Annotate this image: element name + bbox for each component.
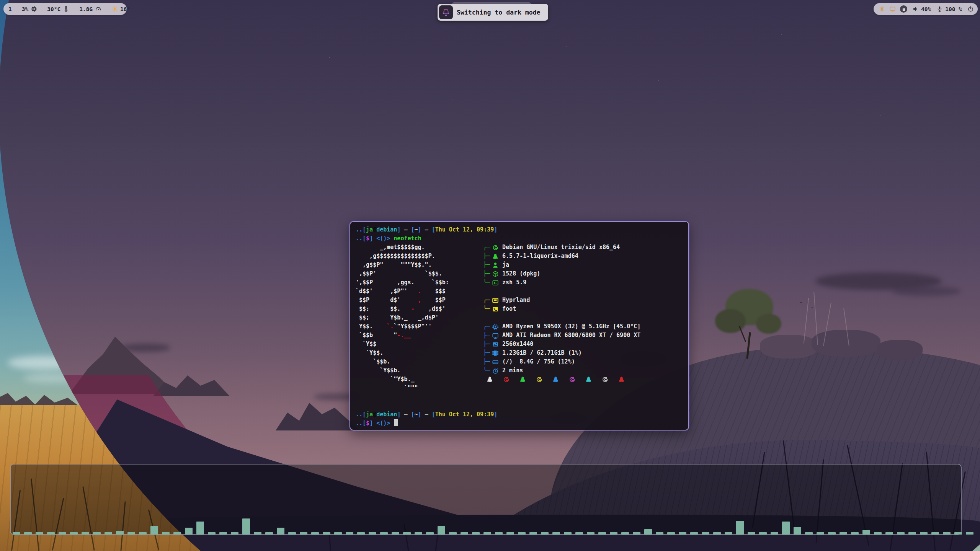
- visualizer-bar: [541, 532, 549, 535]
- visualizer-bar: [127, 532, 135, 535]
- workspace-indicator[interactable]: 1: [3, 6, 17, 12]
- package-icon: [492, 271, 499, 277]
- visualizer-bar: [369, 532, 376, 535]
- sun-icon: [111, 6, 118, 12]
- rock: [812, 330, 880, 357]
- visualizer-bar: [173, 532, 181, 535]
- cpu-module[interactable]: 3%: [17, 6, 42, 12]
- visualizer-bar: [357, 532, 365, 535]
- neofetch-row: `Y$$b.╰─2 mins: [356, 366, 683, 375]
- visualizer-bar: [380, 532, 388, 535]
- neofetch-row: `$$b "-.__├─AMD ATI Radeon RX 6800/6800 …: [356, 331, 683, 340]
- memory-icon: [492, 350, 499, 357]
- visualizer-bar: [690, 532, 698, 535]
- tux-icon: [486, 376, 493, 383]
- visualizer-bar: [644, 529, 652, 535]
- visualizer-bar: [242, 518, 250, 535]
- disk-icon: [492, 359, 499, 365]
- rock: [877, 340, 923, 360]
- prompt-line: ..[ja@debian] – [~] – [Thu Oct 12, 09:39…: [356, 410, 683, 419]
- visualizer-bar: [323, 532, 330, 535]
- gpu-icon: [492, 332, 499, 339]
- weather-module[interactable]: 18°: [106, 6, 135, 12]
- visualizer-bar: [346, 532, 353, 535]
- visualizer-bar: [392, 532, 399, 535]
- visualizer-bar: [70, 532, 78, 535]
- visualizer-bar: [93, 532, 101, 535]
- visualizer-bar: [598, 532, 606, 535]
- microphone-icon: [936, 6, 943, 12]
- visualizer-bar: [36, 532, 43, 535]
- desktop: { "topbar_left": { "workspace": "1", "mo…: [0, 0, 980, 551]
- visualizer-bar: [116, 531, 124, 535]
- rock: [760, 335, 817, 359]
- speaker-icon: [912, 6, 919, 12]
- visualizer-bar: [449, 532, 457, 535]
- visualizer-bar: [208, 532, 216, 535]
- neofetch-row: Y$$. `.`"Y$$$$P"''╭─AMD Ryzen 9 5950X (3…: [356, 322, 683, 331]
- power-icon: [967, 6, 974, 12]
- visualizer-bar: [311, 532, 319, 535]
- visualizer-bar: [667, 532, 675, 535]
- neofetch-row: `""": [356, 384, 683, 393]
- visualizer-bar: [185, 528, 193, 535]
- chip-icon: [31, 6, 37, 12]
- visualizer-bar: [794, 527, 801, 535]
- bluetooth-icon[interactable]: [879, 6, 885, 12]
- command-line[interactable]: ..[$] <()>: [356, 419, 683, 428]
- visualizer-bar: [277, 528, 284, 535]
- visualizer-bar: [748, 532, 755, 535]
- temperature-module[interactable]: 30°C: [42, 6, 74, 12]
- neofetch-row: $$; Y$b._ _,d$P': [356, 313, 683, 322]
- display-icon[interactable]: [889, 6, 896, 12]
- visualizer-bar: [495, 532, 503, 535]
- thermometer-icon: [63, 6, 69, 12]
- visualizer-bar: [529, 532, 537, 535]
- visualizer-bar: [506, 532, 514, 535]
- notification-toast[interactable]: Switching to dark mode: [438, 4, 548, 21]
- command-line: ..[$] <()> neofetch: [356, 234, 683, 243]
- visualizer-bar: [461, 532, 468, 535]
- neofetch-row: `d$$' ,$P"' . $$$: [356, 287, 683, 296]
- visualizer-bar: [300, 532, 307, 535]
- visualizer-bar: [805, 532, 813, 535]
- visualizer-bar: [943, 532, 951, 535]
- neofetch-row: `Y$$.├─1.23GiB / 62.71GiB (1%): [356, 349, 683, 357]
- visualizer-bar: [415, 532, 422, 535]
- audio-visualizer: [13, 517, 978, 535]
- topbar-right: a 40% 100 %: [874, 3, 978, 15]
- terminal-filled-icon: [492, 306, 499, 313]
- debian-icon: [492, 244, 499, 251]
- visualizer-bar: [610, 532, 617, 535]
- terminal-window[interactable]: ..[ja@debian] – [~] – [Thu Oct 12, 09:39…: [350, 221, 689, 430]
- cpu-icon: [492, 323, 499, 330]
- neofetch-row: ,$$P' `$$$.├─1528 (dpkg): [356, 269, 683, 278]
- visualizer-bar: [139, 532, 147, 535]
- visualizer-bar: [840, 532, 847, 535]
- debian-icon: [536, 376, 543, 383]
- tux-icon: [552, 376, 559, 383]
- visualizer-bar: [679, 532, 686, 535]
- microphone-module[interactable]: 100 %: [934, 6, 965, 12]
- visualizer-bar: [13, 532, 20, 535]
- tux-icon: [618, 376, 625, 383]
- tray-app-badge[interactable]: a: [900, 5, 907, 13]
- visualizer-bar: [334, 532, 342, 535]
- visualizer-bar: [82, 532, 89, 535]
- visualizer-bar: [552, 532, 560, 535]
- memory-module[interactable]: 1.8G: [74, 6, 106, 12]
- debian-icon: [601, 376, 609, 383]
- color-palette: [486, 375, 625, 384]
- window-icon: [492, 297, 499, 304]
- image-icon: [492, 341, 499, 348]
- visualizer-bar: [759, 532, 767, 535]
- power-button[interactable]: [965, 6, 979, 12]
- neofetch-row: $$P d$' , $$P╭─Hyprland: [356, 296, 683, 305]
- visualizer-bar: [771, 532, 778, 535]
- gauge-icon: [95, 6, 101, 12]
- topbar-left: 1 3% 30°C 1.8G 18°: [3, 3, 127, 15]
- visualizer-bar: [897, 532, 905, 535]
- neofetch-row: ,g$$P" """Y$$.".├─ja: [356, 261, 683, 269]
- neofetch-row: _,met$$$$$gg.╭─Debian GNU/Linux trixie/s…: [356, 243, 683, 252]
- volume-module[interactable]: 40%: [910, 6, 934, 12]
